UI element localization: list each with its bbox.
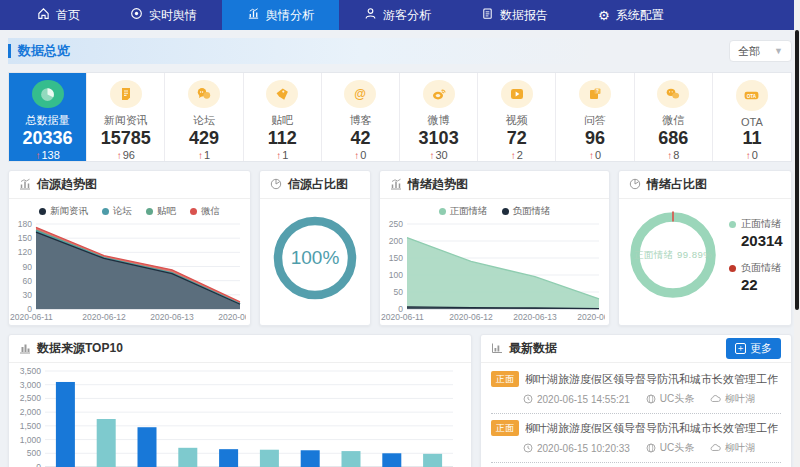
stat-label: 论坛 [193, 113, 215, 128]
sentiment-badge: 正面 [491, 420, 519, 436]
card-title: 情绪趋势图 [408, 176, 468, 193]
legend-item[interactable]: 负面情绪 22 [729, 261, 783, 293]
card-title: 数据来源TOP10 [37, 340, 123, 357]
nav-item-home[interactable]: 首页 [12, 0, 105, 30]
svg-text:?: ? [596, 89, 599, 94]
news-region: 柳叶湖 [710, 392, 755, 406]
svg-text:150: 150 [18, 233, 32, 243]
svg-text:2020-06-12: 2020-06-12 [82, 312, 126, 322]
section-marker [8, 44, 11, 58]
news-item[interactable]: 正面 柳叶湖旅游度假区领导督导防汛和城市长效管理工作 2020-06-15 10… [491, 414, 781, 463]
nav-item-realtime[interactable]: 实时舆情 [105, 0, 222, 30]
stat-delta: ↑2 [511, 149, 523, 161]
stat-card-total[interactable]: 总数据量 20336 ↑138 [9, 73, 87, 161]
svg-text:2020-06-13: 2020-06-13 [513, 312, 557, 322]
legend-item[interactable]: 负面情绪 [502, 205, 551, 218]
stat-card-tieba[interactable]: 贴吧 112 ↑1 [244, 73, 322, 161]
emotion-ratio-donut[interactable]: 正面情绪 99.89% [625, 207, 721, 303]
stat-delta: ↑1 [276, 149, 288, 161]
stat-card-weibo[interactable]: 微博 3103 ↑30 [400, 73, 478, 161]
stat-card-ota[interactable]: OTA OTA 11 ↑0 [713, 73, 791, 161]
svg-text:200: 200 [389, 236, 403, 246]
stat-delta: ↑30 [429, 149, 447, 161]
legend-item[interactable]: 正面情绪 [439, 205, 488, 218]
stat-card-news[interactable]: 新闻资讯 15785 ↑96 [87, 73, 165, 161]
legend-value: 20314 [741, 232, 783, 249]
legend-item[interactable]: 正面情绪 20314 [729, 217, 783, 249]
svg-text:OTA: OTA [747, 94, 757, 99]
stat-card-forum[interactable]: 论坛 429 ↑1 [165, 73, 243, 161]
scrollbar[interactable] [794, 0, 800, 467]
scrollbar-thumb[interactable] [795, 30, 799, 310]
svg-text:2020-06-14: 2020-06-14 [218, 312, 246, 322]
stat-delta: ↑0 [746, 149, 758, 161]
nav-item-report[interactable]: 数据报告 [456, 0, 573, 30]
stat-card-wechat[interactable]: 微信 686 ↑8 [635, 73, 713, 161]
stat-label: 视频 [506, 113, 528, 128]
ota-icon: OTA [736, 80, 768, 111]
stat-card-video[interactable]: 视频 72 ↑2 [478, 73, 556, 161]
news-region: 柳叶湖 [710, 441, 755, 455]
source-trend-legend: 新闻资讯 论坛 贴吧 微信 [9, 205, 250, 218]
nav-item-config[interactable]: ⚙ 系统配置 [573, 0, 689, 30]
top10-card: 数据来源TOP10 05001,0001,5002,0002,5003,0003… [8, 334, 472, 467]
card-title: 信源趋势图 [37, 176, 97, 193]
emotion-trend-card: 情绪趋势图 正面情绪 负面情绪 0501001502002502020-06-1… [379, 170, 610, 326]
person-icon [364, 7, 377, 23]
svg-text:3,000: 3,000 [20, 380, 42, 390]
donut-center-label: 100% [291, 247, 340, 269]
stat-delta: ↑138 [35, 149, 59, 161]
latest-data-card: 最新数据 ＋ 更多 正面 柳叶湖旅游度假区领导督导防汛和城市长效管理工作 202… [480, 334, 792, 467]
emotion-ratio-card: 情绪占比图 正面情绪 99.89% 正面情绪 20314 负面 [618, 170, 792, 326]
svg-text:90: 90 [23, 262, 33, 272]
legend-item[interactable]: 论坛 [102, 205, 132, 218]
plus-icon: ＋ [735, 343, 746, 354]
wechat-icon [657, 80, 689, 108]
stat-label: 微博 [428, 113, 450, 128]
stat-value: 15785 [101, 128, 151, 149]
news-title[interactable]: 柳叶湖旅游度假区领导督导防汛和城市长效管理工作 [525, 372, 778, 387]
nav-item-analysis[interactable]: 舆情分析 [222, 0, 339, 30]
stat-label: 新闻资讯 [104, 113, 148, 128]
chart-icon [247, 7, 260, 23]
question-icon: ? [579, 80, 611, 108]
stat-card-blog[interactable]: @ 博客 42 ↑0 [322, 73, 400, 161]
clipboard-icon [481, 7, 494, 23]
top10-bar-chart: 05001,0001,5002,0002,5003,0003,500新浪微博百家… [9, 363, 461, 467]
pie-icon [629, 176, 641, 194]
emotion-ratio-legend: 正面情绪 20314 负面情绪 22 [729, 217, 783, 293]
target-icon [130, 7, 143, 23]
svg-text:120: 120 [18, 247, 32, 257]
emotion-trend-legend: 正面情绪 负面情绪 [380, 205, 609, 218]
svg-text:500: 500 [27, 448, 41, 458]
legend-item[interactable]: 贴吧 [146, 205, 176, 218]
stat-delta: ↑0 [354, 149, 366, 161]
pie-chart-icon [32, 80, 64, 108]
news-item[interactable]: 正面 柳叶湖旅游度假区领导督导防汛和城市长效管理工作 2020-06-15 14… [491, 365, 781, 414]
news-icon [110, 80, 142, 108]
stat-card-qa[interactable]: ? 问答 96 ↑0 [556, 73, 634, 161]
stat-delta: ↑0 [589, 149, 601, 161]
source-ratio-card: 信源占比图 100% [259, 170, 371, 326]
legend-item[interactable]: 微信 [190, 205, 220, 218]
gear-icon: ⚙ [598, 9, 610, 22]
bar-chart-icon [19, 340, 31, 358]
news-item[interactable]: 正面 【柳叶湖】常德柳叶湖集城、湖、山、洲为一体，是天然造化的生态综合景… 20… [491, 463, 781, 467]
more-button[interactable]: ＋ 更多 [726, 338, 781, 359]
svg-text:60: 60 [23, 276, 33, 286]
svg-text:50: 50 [394, 287, 404, 297]
filter-dropdown[interactable]: 全部 ▼ [729, 40, 792, 62]
svg-text:100: 100 [389, 270, 403, 280]
legend-value: 22 [741, 276, 783, 293]
stat-delta: ↑96 [117, 149, 135, 161]
nav-item-visitor[interactable]: 游客分析 [339, 0, 456, 30]
stat-label: 总数据量 [26, 113, 70, 128]
source-trend-chart: 03060901201501802020-06-112020-06-122020… [9, 218, 246, 322]
legend-item[interactable]: 新闻资讯 [39, 205, 88, 218]
top-nav: 首页 实时舆情 舆情分析 游客分析 数据报告 ⚙ 系统配置 [0, 0, 800, 30]
news-title[interactable]: 柳叶湖旅游度假区领导督导防汛和城市长效管理工作 [525, 421, 778, 436]
source-ratio-donut[interactable]: 100% [260, 199, 370, 317]
svg-text:2020-06-14: 2020-06-14 [577, 312, 605, 322]
donut-center-label: 正面情绪 99.89% [625, 207, 721, 303]
svg-text:1,000: 1,000 [20, 435, 42, 445]
